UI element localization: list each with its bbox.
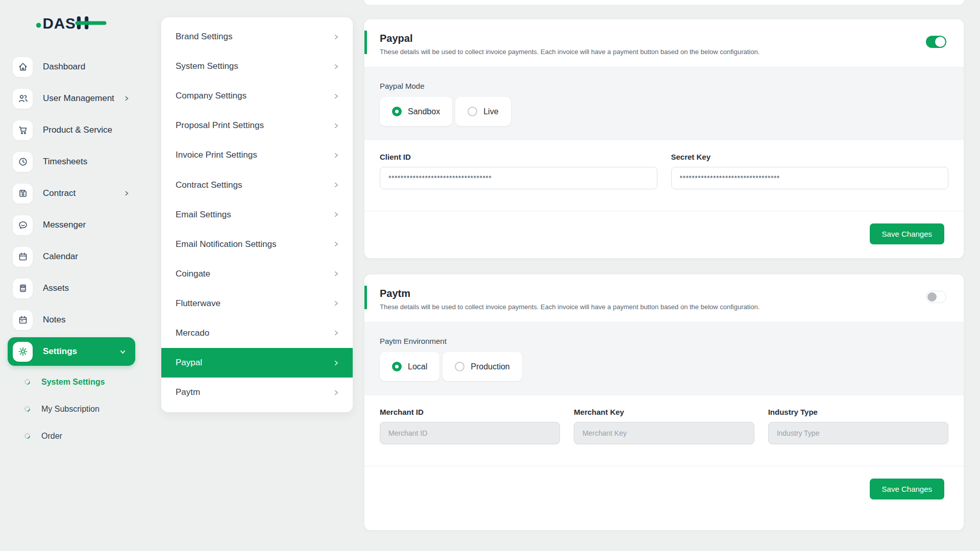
menu-item-email-settings[interactable]: Email Settings bbox=[161, 200, 353, 230]
sidebar-item-calendar[interactable]: Calendar bbox=[0, 241, 148, 272]
paytm-enable-toggle[interactable] bbox=[926, 291, 946, 303]
menu-item-flutterwave[interactable]: Flutterwave bbox=[161, 289, 353, 318]
paytm-environment-label: Paytm Environment bbox=[380, 337, 948, 345]
chevron-right-icon bbox=[333, 63, 339, 70]
radio-option-label: Production bbox=[471, 362, 510, 371]
settings-active-pill[interactable]: Settings bbox=[8, 337, 135, 366]
merchant-key-input[interactable] bbox=[574, 422, 754, 444]
bullet-icon bbox=[23, 432, 32, 440]
sidebar-item-label: Notes bbox=[43, 315, 65, 325]
chevron-right-icon bbox=[333, 270, 339, 277]
menu-item-label: Proposal Print Settings bbox=[176, 120, 264, 131]
sidebar-item-label: Contract bbox=[43, 188, 76, 198]
menu-item-label: Company Settings bbox=[176, 91, 247, 101]
paytm-panel-footer: Save Changes bbox=[364, 466, 964, 530]
paytm-fields: Merchant ID Merchant Key Industry Type bbox=[364, 395, 964, 444]
paytm-environment-section: Paytm Environment Local Production bbox=[364, 322, 964, 395]
paypal-mode-section: Paypal Mode Sandbox Live bbox=[364, 67, 964, 140]
industry-type-label: Industry Type bbox=[768, 408, 948, 416]
accent-bar bbox=[364, 286, 367, 309]
radio-option-label: Sandbox bbox=[408, 107, 440, 116]
radio-unselected-icon bbox=[468, 107, 477, 116]
merchant-key-field-group: Merchant Key bbox=[574, 408, 754, 444]
radio-option-live[interactable]: Live bbox=[455, 97, 510, 126]
subnav-item-my-subscription[interactable]: My Subscription bbox=[0, 395, 148, 422]
menu-item-paypal[interactable]: Paypal bbox=[161, 348, 353, 378]
chevron-right-icon bbox=[333, 330, 339, 336]
menu-item-label: System Settings bbox=[176, 61, 238, 71]
settings-subnav: System Settings My Subscription Order bbox=[0, 368, 148, 449]
menu-item-label: Email Notification Settings bbox=[176, 239, 276, 249]
brand-logo[interactable]: DAS bbox=[36, 12, 107, 33]
paypal-enable-toggle[interactable] bbox=[926, 36, 946, 48]
settings-menu-panel: Brand Settings System Settings Company S… bbox=[161, 17, 353, 412]
main-content: Paypal These details will be used to col… bbox=[364, 0, 964, 530]
paytm-environment-options: Local Production bbox=[380, 352, 948, 381]
industry-type-input[interactable] bbox=[768, 422, 948, 444]
sidebar-item-label: Timesheets bbox=[43, 157, 87, 167]
radio-option-sandbox[interactable]: Sandbox bbox=[380, 97, 452, 126]
menu-item-mercado[interactable]: Mercado bbox=[161, 318, 353, 348]
sidebar-item-label: Settings bbox=[43, 346, 77, 357]
clock-icon bbox=[13, 152, 33, 172]
sidebar-item-dashboard[interactable]: Dashboard bbox=[0, 51, 148, 83]
sidebar-item-timesheets[interactable]: Timesheets bbox=[0, 146, 148, 178]
sidebar-item-assets[interactable]: Assets bbox=[0, 272, 148, 304]
sidebar-item-user-management[interactable]: User Management bbox=[0, 83, 148, 114]
menu-item-contract-settings[interactable]: Contract Settings bbox=[161, 170, 353, 199]
menu-item-brand-settings[interactable]: Brand Settings bbox=[161, 22, 353, 52]
paypal-mode-options: Sandbox Live bbox=[380, 97, 948, 126]
paytm-save-button[interactable]: Save Changes bbox=[870, 479, 944, 499]
paytm-panel-header: Paytm These details will be used to coll… bbox=[364, 274, 964, 322]
radio-option-local[interactable]: Local bbox=[380, 352, 439, 381]
paytm-panel: Paytm These details will be used to coll… bbox=[364, 274, 964, 530]
menu-item-invoice-print-settings[interactable]: Invoice Print Settings bbox=[161, 140, 353, 170]
sidebar-item-contract[interactable]: Contract bbox=[0, 178, 148, 209]
sidebar-item-label: Assets bbox=[43, 283, 69, 293]
sidebar-item-label: Calendar bbox=[43, 252, 78, 262]
scrolled-panel-edge bbox=[364, 0, 964, 5]
client-id-label: Client ID bbox=[380, 153, 657, 161]
menu-item-system-settings[interactable]: System Settings bbox=[161, 52, 353, 81]
subnav-item-system-settings[interactable]: System Settings bbox=[0, 368, 148, 395]
chevron-right-icon bbox=[333, 93, 339, 99]
chevron-right-icon bbox=[124, 190, 130, 196]
menu-item-label: Contract Settings bbox=[176, 180, 242, 190]
merchant-key-label: Merchant Key bbox=[574, 408, 754, 416]
sidebar-item-label: Product & Service bbox=[43, 125, 112, 135]
menu-item-coingate[interactable]: Coingate bbox=[161, 259, 353, 289]
merchant-id-field-group: Merchant ID bbox=[380, 408, 560, 444]
radio-option-production[interactable]: Production bbox=[443, 352, 522, 381]
sidebar: DAS Dashboard User Management Pr bbox=[0, 0, 148, 551]
chevron-right-icon bbox=[333, 360, 339, 366]
client-id-input[interactable] bbox=[380, 167, 657, 189]
sidebar-item-label: Messenger bbox=[43, 220, 86, 230]
users-icon bbox=[13, 89, 33, 109]
sidebar-item-product-service[interactable]: Product & Service bbox=[0, 114, 148, 146]
radio-option-label: Live bbox=[483, 107, 498, 116]
menu-item-company-settings[interactable]: Company Settings bbox=[161, 81, 353, 111]
sidebar-item-notes[interactable]: Notes bbox=[0, 304, 148, 336]
bullet-icon bbox=[23, 405, 32, 413]
menu-item-label: Flutterwave bbox=[176, 298, 220, 309]
paypal-save-button[interactable]: Save Changes bbox=[870, 223, 944, 244]
secret-key-input[interactable] bbox=[671, 167, 949, 189]
chevron-right-icon bbox=[333, 389, 339, 396]
subnav-item-order[interactable]: Order bbox=[0, 422, 148, 449]
bullet-icon bbox=[23, 378, 32, 386]
menu-item-proposal-print-settings[interactable]: Proposal Print Settings bbox=[161, 111, 353, 140]
paytm-description: These details will be used to collect in… bbox=[380, 303, 760, 311]
sidebar-item-messenger[interactable]: Messenger bbox=[0, 209, 148, 241]
menu-item-paytm[interactable]: Paytm bbox=[161, 378, 353, 407]
notes-icon bbox=[13, 310, 33, 330]
menu-item-label: Paytm bbox=[176, 387, 200, 397]
radio-selected-icon bbox=[392, 107, 402, 116]
sidebar-item-settings[interactable]: Settings bbox=[0, 336, 148, 367]
chevron-right-icon bbox=[333, 122, 339, 129]
merchant-id-input[interactable] bbox=[380, 422, 560, 444]
menu-item-email-notification-settings[interactable]: Email Notification Settings bbox=[161, 230, 353, 259]
calendar-icon bbox=[13, 247, 33, 267]
menu-item-label: Paypal bbox=[176, 358, 202, 368]
paytm-title: Paytm bbox=[380, 288, 760, 299]
subnav-item-label: My Subscription bbox=[41, 405, 100, 414]
